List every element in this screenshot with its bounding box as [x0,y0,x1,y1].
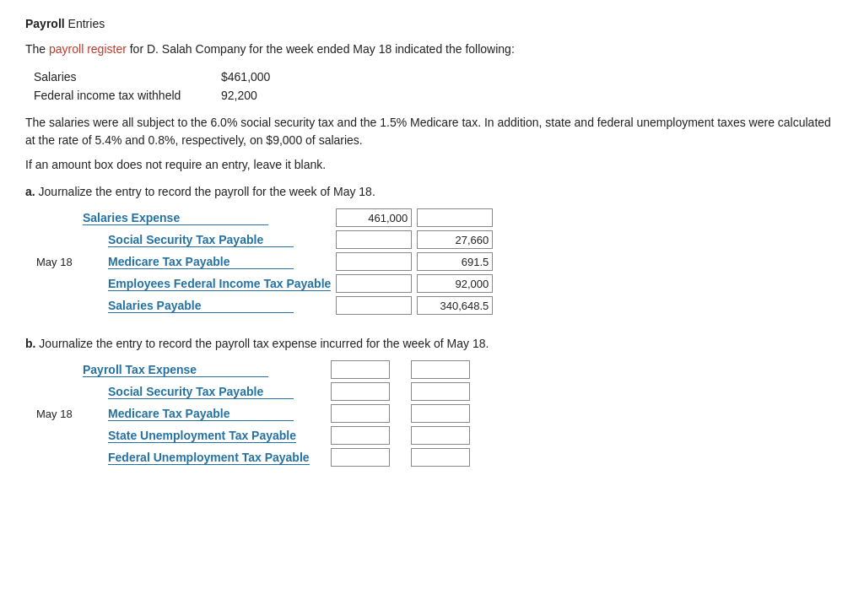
debit-col-b-3 [312,424,392,446]
account-cell-b-1: Social Security Tax Payable [80,381,312,403]
account-link-b-1[interactable]: Social Security Tax Payable [108,385,294,399]
intro-paragraph: The payroll register for D. Salah Compan… [25,41,839,58]
account-link-b-4[interactable]: Federal Unemployment Tax Payable [108,451,310,465]
credit-input-b-1[interactable] [411,382,470,401]
credit-input-a-2[interactable]: 691.5 [417,252,493,271]
salary-data-table: Salaries $461,000 Federal income tax wit… [25,67,278,105]
federal-tax-row: Federal income tax withheld 92,200 [27,87,277,104]
credit-input-a-3[interactable]: 92,000 [417,274,493,293]
debit-input-b-4[interactable] [331,448,390,467]
debit-col-b-1 [312,381,392,403]
account-link-b-2[interactable]: Medicare Tax Payable [108,407,294,421]
account-cell-b-4: Federal Unemployment Tax Payable [80,446,312,468]
debit-col-b-0 [312,359,392,381]
account-link-a-4[interactable]: Salaries Payable [108,299,294,313]
date-cell-a: May 18 [34,207,80,316]
debit-input-a-4[interactable] [336,296,412,315]
table-row: Social Security Tax Payable 27,660 [34,229,495,251]
title-bold: Payroll [25,17,65,30]
section-a-table: May 18 Salaries Expense 461,000 Social S… [34,207,495,316]
credit-input-a-0[interactable] [417,208,493,227]
section-b-text: Journalize the entry to record the payro… [35,337,489,350]
section-a-header: a. Journalize the entry to record the pa… [25,185,839,198]
account-cell-b-0: Payroll Tax Expense [80,359,312,381]
debit-input-b-1[interactable] [331,382,390,401]
debit-input-a-0[interactable]: 461,000 [336,208,412,227]
credit-col-b-3 [392,424,472,446]
debit-input-a-2[interactable] [336,252,412,271]
table-row: State Unemployment Tax Payable [34,424,472,446]
section-a-text: Journalize the entry to record the payro… [35,185,375,198]
account-link-a-3[interactable]: Employees Federal Income Tax Payable [108,277,331,291]
account-link-a-0[interactable]: Salaries Expense [83,211,268,225]
account-cell-a-2: Medicare Tax Payable [80,251,333,273]
debit-col-a-4 [333,294,414,316]
title-rest: Entries [65,17,105,30]
federal-tax-label: Federal income tax withheld [27,87,213,104]
credit-input-b-3[interactable] [411,426,470,445]
section-b: b. Journalize the entry to record the pa… [25,337,839,468]
account-link-b-3[interactable]: State Unemployment Tax Payable [108,429,296,443]
credit-input-a-1[interactable]: 27,660 [417,230,493,249]
debit-input-b-0[interactable] [331,360,390,379]
credit-col-b-4 [392,446,472,468]
table-row: Medicare Tax Payable 691.5 [34,251,495,273]
debit-col-a-3 [333,273,414,294]
credit-input-a-4[interactable]: 340,648.5 [417,296,493,315]
debit-input-b-3[interactable] [331,426,390,445]
salary-row: Salaries $461,000 [27,68,277,85]
credit-col-a-0 [414,207,495,229]
salary-label: Salaries [27,68,213,85]
credit-col-a-4: 340,648.5 [414,294,495,316]
section-a-bold: a. [25,185,35,198]
debit-col-a-0: 461,000 [333,207,414,229]
account-cell-b-2: Medicare Tax Payable [80,403,312,424]
credit-col-b-0 [392,359,472,381]
page-title: Payroll Entries [25,17,839,30]
note-text-1: The salaries were all subject to the 6.0… [25,114,839,149]
credit-col-b-2 [392,403,472,424]
table-row: May 18 Salaries Expense 461,000 [34,207,495,229]
table-row: Social Security Tax Payable [34,381,472,403]
intro-prefix: The [25,42,49,56]
section-a: a. Journalize the entry to record the pa… [25,185,839,316]
account-link-a-1[interactable]: Social Security Tax Payable [108,233,294,247]
debit-col-b-2 [312,403,392,424]
section-b-table: May 18 Payroll Tax Expense Social Securi… [34,359,472,468]
salary-value: $461,000 [214,68,277,85]
table-row: Employees Federal Income Tax Payable 92,… [34,273,495,294]
section-b-header: b. Journalize the entry to record the pa… [25,337,839,350]
debit-col-b-4 [312,446,392,468]
table-row: Federal Unemployment Tax Payable [34,446,472,468]
account-cell-a-1: Social Security Tax Payable [80,229,333,251]
credit-col-a-3: 92,000 [414,273,495,294]
intro-suffix: for D. Salah Company for the week ended … [127,42,515,56]
table-row: May 18 Payroll Tax Expense [34,359,472,381]
credit-col-a-1: 27,660 [414,229,495,251]
payroll-register-link[interactable]: payroll register [49,42,127,56]
account-cell-a-4: Salaries Payable [80,294,333,316]
table-row: Medicare Tax Payable [34,403,472,424]
note-text-2: If an amount box does not require an ent… [25,158,839,171]
debit-input-a-3[interactable] [336,274,412,293]
credit-col-a-2: 691.5 [414,251,495,273]
credit-input-b-2[interactable] [411,404,470,423]
credit-input-b-4[interactable] [411,448,470,467]
federal-tax-value: 92,200 [214,87,277,104]
section-b-bold: b. [25,337,35,350]
debit-input-a-1[interactable] [336,230,412,249]
debit-col-a-2 [333,251,414,273]
credit-col-b-1 [392,381,472,403]
account-cell-a-0: Salaries Expense [80,207,333,229]
account-link-b-0[interactable]: Payroll Tax Expense [83,363,268,377]
credit-input-b-0[interactable] [411,360,470,379]
date-cell-b: May 18 [34,359,80,468]
table-row: Salaries Payable 340,648.5 [34,294,495,316]
account-cell-a-3: Employees Federal Income Tax Payable [80,273,333,294]
debit-input-b-2[interactable] [331,404,390,423]
debit-col-a-1 [333,229,414,251]
account-link-a-2[interactable]: Medicare Tax Payable [108,255,294,269]
account-cell-b-3: State Unemployment Tax Payable [80,424,312,446]
